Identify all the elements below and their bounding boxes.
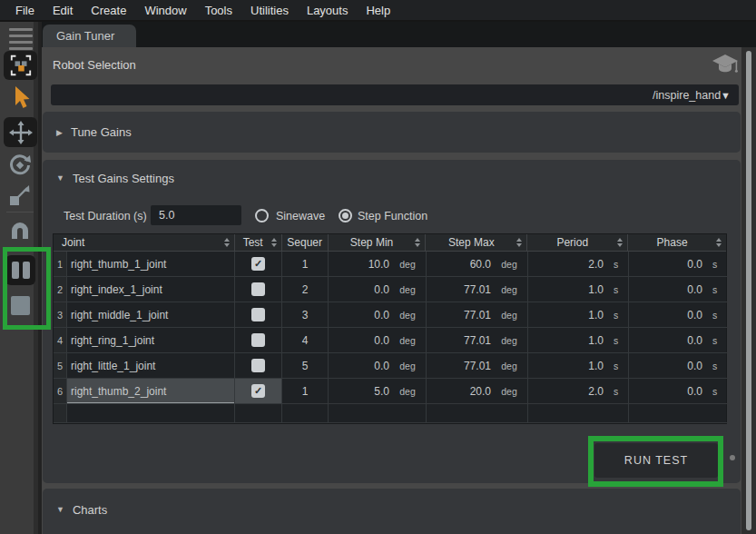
test-checkbox[interactable] [251, 359, 265, 372]
header-step-max[interactable]: Step Max [426, 234, 527, 251]
hamburger-menu-icon[interactable] [9, 27, 33, 51]
period-cell[interactable]: 1.0 s [528, 353, 629, 379]
select-tool-icon[interactable] [10, 85, 32, 111]
table-header-row: Joint Test Sequer Step Min [54, 234, 726, 252]
test-cell[interactable] [235, 302, 282, 328]
test-cell[interactable]: ✓ [235, 252, 282, 277]
step-function-label[interactable]: Step Function [358, 210, 427, 222]
table-row[interactable]: 2 right_index_1_joint 2 0.0 deg 77.01 de… [54, 277, 726, 302]
table-row[interactable]: 4 right_ring_1_joint 4 0.0 deg 77.01 deg… [54, 328, 726, 353]
period-cell[interactable]: 1.0 s [528, 302, 629, 328]
radio-sinewave[interactable] [255, 209, 269, 222]
menu-edit[interactable]: Edit [44, 4, 81, 17]
step-min-cell[interactable]: 10.0 deg [329, 252, 427, 277]
joint-cell[interactable]: right_thumb_1_joint [67, 252, 235, 277]
header-step-min[interactable]: Step Min [329, 234, 427, 251]
deg-unit-label: deg [491, 259, 527, 270]
phase-cell[interactable]: 0.0 s [629, 302, 727, 328]
scrollbar-thumb[interactable] [746, 51, 751, 530]
sort-icon[interactable] [271, 238, 277, 247]
step-max-cell[interactable]: 77.01 deg [427, 328, 528, 353]
tab-gain-tuner[interactable]: Gain Tuner [43, 25, 136, 47]
step-max-cell[interactable]: 77.01 deg [427, 353, 528, 379]
step-min-cell[interactable]: 0.0 deg [329, 328, 427, 353]
header-phase[interactable]: Phase [628, 234, 726, 251]
test-cell[interactable] [235, 328, 282, 353]
rotate-tool-icon[interactable] [6, 152, 34, 178]
table-row[interactable]: 3 right_middle_1_joint 3 0.0 deg 77.01 d… [54, 302, 726, 328]
sequence-cell[interactable]: 5 [282, 353, 329, 379]
sequence-cell[interactable]: 1 [282, 379, 329, 404]
test-checkbox[interactable] [251, 333, 265, 347]
test-gains-header[interactable]: ▼ Test Gains Settings [43, 160, 741, 196]
table-row[interactable]: 5 right_little_1_joint 5 0.0 deg 77.01 d… [54, 353, 726, 379]
sort-icon[interactable] [617, 238, 623, 247]
sequence-cell[interactable]: 3 [282, 302, 329, 328]
step-max-cell[interactable]: 60.0 deg [427, 252, 528, 277]
test-cell[interactable]: ✓ [235, 379, 282, 404]
sort-icon[interactable] [224, 238, 230, 247]
radio-step-function[interactable] [339, 209, 352, 222]
menu-file[interactable]: File [7, 4, 43, 17]
step-max-cell[interactable]: 20.0 deg [427, 379, 528, 404]
header-period[interactable]: Period [527, 234, 628, 251]
joint-cell[interactable]: right_thumb_2_joint [67, 379, 235, 404]
menu-help[interactable]: Help [358, 4, 398, 17]
scale-tool-icon[interactable] [7, 183, 33, 207]
sequence-cell[interactable]: 2 [282, 277, 329, 302]
period-cell[interactable]: 2.0 s [528, 252, 629, 277]
test-checkbox[interactable] [251, 308, 265, 321]
test-checkbox[interactable] [251, 282, 265, 296]
step-max-cell[interactable]: 77.01 deg [427, 277, 528, 302]
test-checkbox[interactable]: ✓ [251, 257, 265, 271]
tutorial-graduation-cap-icon[interactable] [712, 54, 739, 75]
phase-cell[interactable]: 0.0 s [629, 277, 727, 302]
phase-cell[interactable]: 0.0 s [629, 379, 727, 404]
menu-layouts[interactable]: Layouts [299, 4, 357, 17]
menu-tools[interactable]: Tools [197, 4, 241, 17]
tune-gains-header[interactable]: ▶ Tune Gains [43, 112, 741, 153]
test-duration-input[interactable]: 5.0 [151, 205, 241, 225]
joint-cell[interactable]: right_index_1_joint [67, 277, 235, 302]
charts-header[interactable]: ▼ Charts [43, 489, 741, 530]
sort-icon[interactable] [716, 238, 722, 247]
scrollbar-track[interactable] [741, 47, 756, 534]
header-sequence[interactable]: Sequer [282, 234, 329, 251]
selection-mode-icon[interactable] [4, 51, 37, 80]
sort-icon[interactable] [516, 238, 522, 247]
phase-cell[interactable]: 0.0 s [629, 328, 727, 353]
step-min-cell[interactable]: 5.0 deg [329, 379, 427, 404]
phase-cell[interactable]: 0.0 s [629, 353, 727, 379]
step-min-cell[interactable]: 0.0 deg [329, 302, 427, 328]
sequence-cell[interactable]: 1 [282, 252, 329, 277]
move-tool-icon[interactable] [4, 117, 37, 147]
joint-cell[interactable]: right_ring_1_joint [67, 328, 235, 353]
table-row[interactable]: 6 right_thumb_2_joint ✓ 1 5.0 deg 20.0 d… [54, 379, 726, 404]
snap-tool-icon[interactable] [7, 217, 33, 242]
step-max-cell[interactable]: 77.01 deg [427, 302, 528, 328]
step-min-cell[interactable]: 0.0 deg [329, 277, 427, 302]
step-min-cell[interactable]: 0.0 deg [329, 353, 427, 379]
robot-dropdown[interactable]: /inspire_hand ▼ [51, 84, 739, 105]
phase-cell[interactable]: 0.0 s [629, 252, 727, 277]
header-joint[interactable]: Joint [54, 234, 235, 251]
deg-unit-label: deg [389, 361, 426, 371]
sort-icon[interactable] [415, 238, 420, 247]
sinewave-label[interactable]: Sinewave [276, 210, 325, 222]
test-cell[interactable] [235, 353, 282, 379]
menu-create[interactable]: Create [83, 4, 134, 17]
header-test[interactable]: Test [235, 234, 282, 251]
period-cell[interactable]: 1.0 s [528, 277, 629, 302]
joint-cell[interactable]: right_little_1_joint [67, 353, 235, 379]
period-cell[interactable]: 1.0 s [528, 328, 629, 353]
joint-cell[interactable]: right_middle_1_joint [67, 302, 235, 328]
menu-utilities[interactable]: Utilities [242, 4, 297, 17]
table-row[interactable]: 1 right_thumb_1_joint ✓ 1 10.0 deg 60.0 … [54, 252, 726, 277]
test-checkbox[interactable]: ✓ [251, 384, 265, 398]
menu-window[interactable]: Window [136, 4, 194, 17]
deg-unit-label: deg [491, 386, 527, 397]
test-cell[interactable] [235, 277, 282, 302]
row-number: 4 [54, 328, 67, 353]
sequence-cell[interactable]: 4 [282, 328, 329, 353]
period-cell[interactable]: 2.0 s [528, 379, 629, 404]
